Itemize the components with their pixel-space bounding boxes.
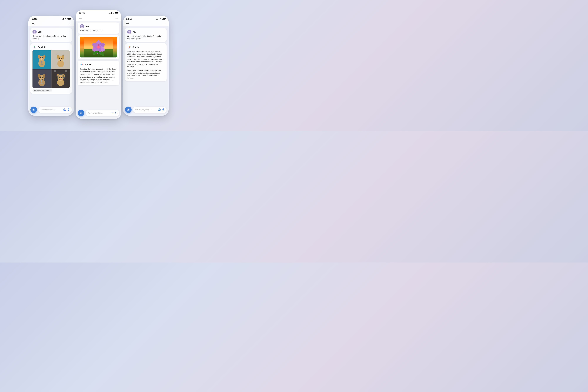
svg-point-71 — [98, 44, 99, 44]
user-avatar-right — [127, 30, 131, 34]
input-placeholder-left: Ask me anything... — [40, 108, 62, 111]
fable-paragraph-1: Once upon a time, in a tranquil pond nes… — [127, 50, 164, 68]
camera-icon-center[interactable] — [111, 112, 113, 115]
input-bar-right[interactable]: Ask me anything... — [133, 107, 166, 113]
svg-point-53 — [64, 109, 65, 110]
user-message-center: You What kind of flower is this? — [78, 22, 119, 34]
copilot-message-header-left: Copilot — [32, 45, 70, 49]
flower-image — [80, 37, 117, 58]
camera-icon-left[interactable] — [63, 108, 66, 112]
copilot-name-right: Copilot — [132, 46, 140, 48]
nav-bar-right: ... — [123, 21, 168, 26]
user-name-right: You — [132, 31, 136, 33]
copilot-logo-center — [80, 62, 84, 66]
input-placeholder-right: Ask me anything... — [135, 108, 157, 111]
phone-bottom-center: + Ask me anything... — [76, 108, 121, 119]
dog-image-3 — [32, 70, 51, 88]
mic-icon-right[interactable] — [162, 108, 164, 112]
phone-center: 12:15 ∿ ... — [76, 10, 121, 119]
camera-icon-right[interactable] — [158, 108, 161, 112]
battery-icon-left — [68, 18, 71, 20]
status-bar-center: 12:15 ∿ — [76, 10, 121, 15]
user-message-header-right: You — [127, 30, 164, 34]
svg-point-30 — [40, 76, 41, 78]
svg-rect-54 — [68, 108, 69, 110]
phone-content-center: You What kind of flower is this? — [76, 21, 121, 108]
svg-point-11 — [40, 58, 43, 60]
copilot-name-left: Copilot — [38, 46, 45, 48]
user-avatar-left — [32, 30, 36, 34]
mic-icon-left[interactable] — [67, 108, 70, 112]
signal-icon-left — [62, 18, 64, 20]
status-icons-right: ∿ — [156, 18, 166, 20]
svg-point-10 — [42, 57, 43, 58]
status-bar-left: 12:15 ∿ — [28, 16, 74, 21]
svg-point-81 — [112, 112, 112, 113]
copilot-name-center: Copilot — [85, 63, 92, 66]
svg-rect-47 — [63, 77, 65, 79]
svg-text:+: + — [80, 112, 81, 114]
copilot-logo-left — [32, 45, 36, 49]
dall-e-badge: Powered by DALL•E 3 — [32, 89, 52, 92]
hamburger-icon-right[interactable] — [126, 23, 129, 24]
user-avatar-center — [80, 24, 84, 28]
svg-text:♫: ♫ — [56, 53, 57, 56]
svg-rect-12 — [41, 60, 42, 63]
signal-icon-center — [109, 12, 112, 14]
dog-image-grid: ♪ ♫ — [32, 50, 70, 88]
nav-bar-center: ... — [76, 15, 121, 21]
user-message-header-center: You — [80, 24, 117, 28]
phone-content-left: You Create a realistic image of a happy … — [28, 26, 74, 105]
wifi-icon-left: ∿ — [65, 18, 67, 20]
phone-bottom-right: + Ask me anything... — [123, 105, 168, 116]
user-message-header-left: You — [32, 30, 70, 34]
svg-point-31 — [42, 76, 43, 78]
copilot-fab-center[interactable]: + — [78, 110, 84, 116]
hamburger-icon-center[interactable] — [79, 17, 82, 19]
user-message-text-left: Create a realistic image of a happy dog … — [32, 35, 70, 40]
user-message-left: You Create a realistic image of a happy … — [30, 28, 72, 42]
copilot-message-center: Copilot Based on the image you sent, I t… — [78, 61, 119, 86]
copilot-response-faded: center... — [102, 81, 109, 83]
battery-icon-center — [115, 12, 118, 14]
svg-text:+: + — [128, 109, 128, 110]
copilot-logo-right — [127, 45, 131, 49]
input-bar-left[interactable]: Ask me anything... — [38, 107, 72, 113]
user-name-left: You — [38, 31, 42, 33]
status-time-left: 12:15 — [32, 18, 37, 20]
svg-rect-46 — [56, 77, 58, 79]
phone-left: 12:15 ∿ ... — [28, 16, 74, 116]
copilot-fab-left[interactable]: + — [30, 106, 37, 113]
svg-point-1 — [34, 31, 35, 32]
user-message-text-center: What kind of flower is this? — [80, 29, 117, 32]
dog-image-1 — [32, 50, 51, 69]
copilot-message-header-center: Copilot — [80, 62, 117, 66]
signal-icon-right — [156, 18, 159, 20]
svg-point-58 — [81, 25, 82, 26]
dots-menu-left[interactable]: ... — [68, 22, 71, 25]
battery-icon-right — [162, 18, 166, 20]
copilot-fab-right[interactable]: + — [125, 106, 132, 113]
copilot-response-bold: hibiscus — [83, 71, 90, 73]
dots-menu-center[interactable]: ... — [115, 16, 118, 20]
wifi-icon-center: ∿ — [112, 12, 114, 14]
svg-point-37 — [54, 70, 56, 72]
hamburger-icon-left[interactable] — [32, 23, 34, 24]
copilot-message-header-right: Copilot — [127, 45, 164, 49]
flower-image-container — [78, 35, 119, 59]
svg-rect-33 — [41, 80, 42, 82]
dots-menu-right[interactable]: ... — [162, 22, 166, 25]
svg-point-21 — [61, 58, 62, 59]
status-bar-right: 12:15 ∿ — [123, 16, 168, 21]
dog-image-4 — [52, 70, 70, 88]
nav-bar-left: ... — [28, 21, 74, 26]
svg-point-9 — [40, 57, 42, 58]
svg-text:♪: ♪ — [63, 54, 64, 56]
svg-point-43 — [59, 76, 60, 78]
svg-rect-82 — [116, 112, 116, 113]
input-bar-center[interactable]: Ask me anything... — [86, 110, 119, 116]
status-time-center: 12:15 — [79, 12, 84, 14]
mic-icon-center[interactable] — [114, 112, 117, 115]
status-icons-left: ∿ — [62, 18, 71, 20]
phone-content-right: You Write an original fable about a fish… — [123, 26, 168, 105]
